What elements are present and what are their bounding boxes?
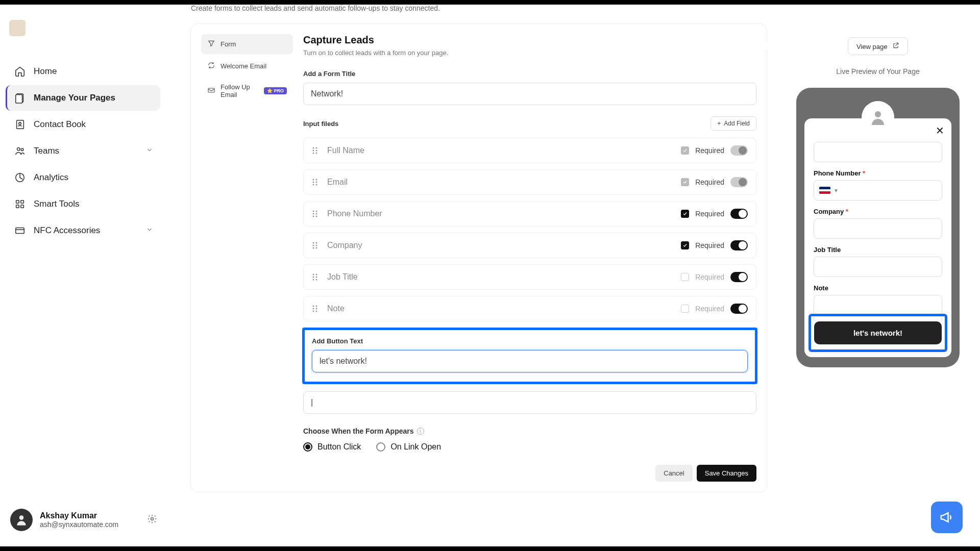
save-changes-button[interactable]: Save Changes <box>697 465 756 482</box>
svg-point-46 <box>313 308 314 310</box>
field-toggle[interactable] <box>730 209 748 219</box>
radio-link-open[interactable]: On Link Open <box>376 442 441 452</box>
required-label: Required <box>695 178 724 186</box>
filter-icon <box>207 39 215 49</box>
feedback-fab[interactable] <box>931 502 963 533</box>
svg-point-38 <box>313 274 314 276</box>
sidebar-item-label: Analytics <box>34 172 68 183</box>
field-toggle[interactable] <box>730 177 748 187</box>
pages-icon <box>14 92 26 104</box>
section-subtitle: Turn on to collect leads with a form on … <box>303 49 756 57</box>
tab-followup-email[interactable]: Follow Up Email ⭐ PRO <box>201 78 293 104</box>
radio-button-click[interactable]: Button Click <box>303 442 361 452</box>
required-checkbox[interactable] <box>681 305 689 313</box>
preview-job-input[interactable] <box>814 257 942 277</box>
close-icon[interactable]: ✕ <box>936 124 944 137</box>
section-title: Capture Leads <box>303 34 756 46</box>
required-checkbox[interactable] <box>681 241 689 249</box>
sidebar-item-analytics[interactable]: Analytics <box>7 165 160 190</box>
field-row: Full NameRequired <box>303 138 756 163</box>
drag-handle-icon[interactable] <box>312 146 318 155</box>
form-editor-card: Form Welcome Email Follow Up Email ⭐ PRO… <box>191 24 767 492</box>
svg-point-36 <box>313 247 314 249</box>
svg-point-12 <box>151 518 154 520</box>
add-field-button[interactable]: + Add Field <box>710 116 756 131</box>
tab-form[interactable]: Form <box>201 34 293 54</box>
cancel-button[interactable]: Cancel <box>655 465 692 482</box>
svg-point-47 <box>316 308 317 310</box>
form-section-tabs: Form Welcome Email Follow Up Email ⭐ PRO <box>201 34 293 482</box>
required-checkbox[interactable] <box>681 210 689 218</box>
sidebar: Home Manage Your Pages Contact Book Team… <box>0 5 167 546</box>
field-row: Job TitleRequired <box>303 264 756 290</box>
drag-handle-icon[interactable] <box>312 210 318 218</box>
settings-gear-icon[interactable] <box>147 514 157 526</box>
view-page-button[interactable]: View page <box>848 37 908 55</box>
svg-rect-13 <box>208 88 214 92</box>
svg-point-33 <box>316 242 317 244</box>
sidebar-item-smart-tools[interactable]: Smart Tools <box>7 191 160 217</box>
form-title-label: Add a Form Title <box>303 70 756 78</box>
svg-point-24 <box>313 184 314 186</box>
svg-point-34 <box>313 245 314 246</box>
preview-input-first[interactable] <box>814 142 942 162</box>
chevron-down-icon <box>146 146 153 156</box>
chevron-down-icon[interactable]: ▼ <box>834 188 839 193</box>
sidebar-item-label: Teams <box>34 146 59 156</box>
tab-label: Welcome Email <box>220 62 266 70</box>
drag-handle-icon[interactable] <box>312 305 318 313</box>
drag-handle-icon[interactable] <box>312 178 318 186</box>
form-title-input[interactable] <box>303 83 756 105</box>
home-icon <box>14 66 26 77</box>
svg-point-30 <box>313 216 314 217</box>
sidebar-item-home[interactable]: Home <box>7 59 160 84</box>
required-label: Required <box>695 210 724 218</box>
sidebar-item-contact-book[interactable]: Contact Book <box>7 112 160 137</box>
form-appears-label: Choose When the Form Appears i <box>303 427 756 435</box>
required-checkbox[interactable] <box>681 146 689 155</box>
page-subheader: Create forms to collect leads and send a… <box>191 4 440 12</box>
required-checkbox[interactable] <box>681 178 689 186</box>
preview-phone-input[interactable]: ▼ <box>814 180 942 201</box>
svg-point-49 <box>316 311 317 312</box>
workspace-logo[interactable] <box>9 20 26 36</box>
svg-point-50 <box>875 111 881 117</box>
preview-company-input[interactable] <box>814 218 942 239</box>
field-toggle[interactable] <box>730 304 748 314</box>
uk-flag-icon <box>819 187 830 194</box>
svg-rect-9 <box>16 205 19 208</box>
field-name: Company <box>327 241 362 250</box>
field-toggle[interactable] <box>730 240 748 251</box>
svg-point-44 <box>313 306 314 307</box>
chevron-down-icon <box>146 226 153 236</box>
svg-point-37 <box>316 247 317 249</box>
user-email: ash@synxautomate.com <box>40 520 118 529</box>
sidebar-item-label: Contact Book <box>34 119 86 130</box>
nfc-icon <box>14 225 26 236</box>
analytics-icon <box>14 172 26 183</box>
svg-point-5 <box>21 148 23 151</box>
sidebar-item-manage-pages[interactable]: Manage Your Pages <box>6 85 160 111</box>
svg-point-29 <box>316 213 317 215</box>
field-toggle[interactable] <box>730 145 748 156</box>
button-text-label: Add Button Text <box>312 337 748 345</box>
plus-icon: + <box>717 120 721 127</box>
drag-handle-icon[interactable] <box>312 241 318 249</box>
svg-point-14 <box>313 147 314 149</box>
preview-column: View page Live Preview of Your Page ✕ Ph… <box>786 37 970 367</box>
field-toggle[interactable] <box>730 272 748 282</box>
svg-rect-7 <box>16 201 19 204</box>
sidebar-item-nfc[interactable]: NFC Accessories <box>7 218 160 243</box>
sidebar-item-teams[interactable]: Teams <box>7 138 160 164</box>
sidebar-item-label: Manage Your Pages <box>34 93 115 103</box>
sidebar-user[interactable]: Akshay Kumar ash@synxautomate.com <box>7 504 160 536</box>
button-text-input[interactable] <box>312 350 748 372</box>
drag-handle-icon[interactable] <box>312 273 318 281</box>
live-preview-label: Live Preview of Your Page <box>786 67 970 76</box>
preview-submit-highlight: let's network! <box>808 314 947 352</box>
field-row: CompanyRequired <box>303 233 756 258</box>
preview-submit-button[interactable]: let's network! <box>814 321 942 344</box>
tab-welcome-email[interactable]: Welcome Email <box>201 56 293 76</box>
required-checkbox[interactable] <box>681 273 689 281</box>
disclaimer-input[interactable] <box>303 391 756 414</box>
